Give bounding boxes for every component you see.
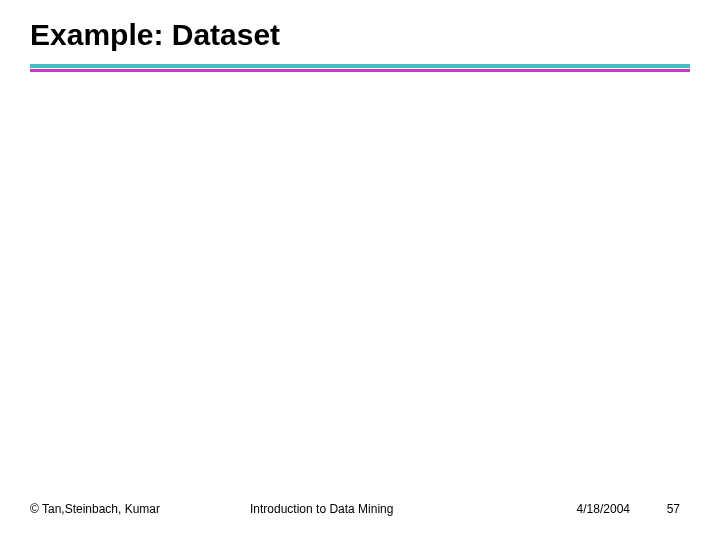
divider-teal [30, 64, 690, 68]
footer-page-number: 57 [667, 502, 680, 516]
divider-magenta [30, 69, 690, 72]
title-divider [30, 64, 690, 72]
slide-title: Example: Dataset [30, 18, 280, 52]
footer-date: 4/18/2004 [577, 502, 630, 516]
slide: Example: Dataset © Tan,Steinbach, Kumar … [0, 0, 720, 540]
footer: © Tan,Steinbach, Kumar Introduction to D… [30, 502, 690, 516]
